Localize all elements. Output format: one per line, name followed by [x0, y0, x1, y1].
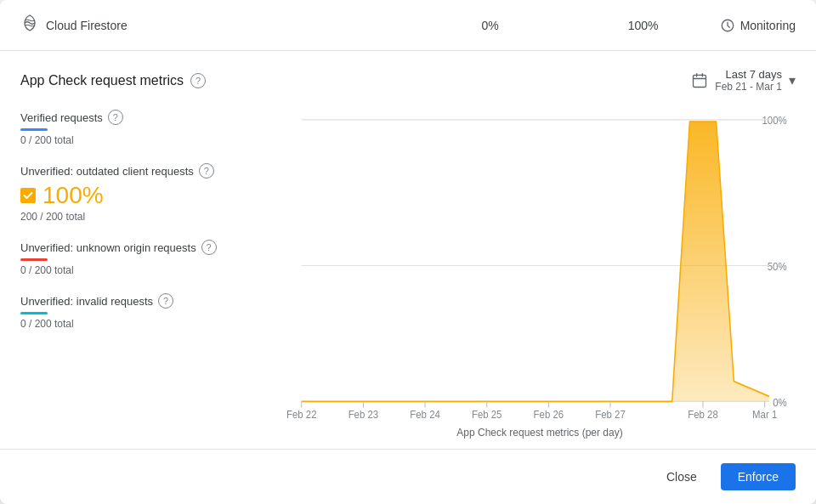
chart-x-label: App Check request metrics (per day)	[284, 422, 796, 442]
metric-invalid-line	[20, 312, 48, 314]
checkmark-icon	[23, 190, 33, 201]
date-range-text: Last 7 days Feb 21 - Mar 1	[715, 68, 782, 93]
svg-text:Feb 25: Feb 25	[472, 409, 502, 422]
svg-text:Mar 1: Mar 1	[752, 409, 777, 422]
chart-area-fill	[302, 122, 769, 401]
metric-outdated-label: Unverified: outdated client requests ?	[20, 163, 270, 178]
calendar-icon	[691, 72, 708, 89]
clock-icon	[720, 18, 735, 33]
svg-text:Feb 28: Feb 28	[688, 409, 718, 422]
svg-text:50%: 50%	[768, 261, 787, 274]
enforce-button[interactable]: Enforce	[721, 463, 796, 490]
metric-unknown-total: 0 / 200 total	[20, 264, 270, 276]
metric-outdated-big-value: 100%	[42, 182, 104, 209]
svg-text:Feb 26: Feb 26	[534, 409, 564, 422]
section-title-row: App Check request metrics ? Last 7 days …	[20, 68, 796, 93]
date-range-sub: Feb 21 - Mar 1	[715, 81, 782, 93]
section-title-text: App Check request metrics	[20, 73, 184, 88]
service-name: Cloud Firestore	[46, 19, 128, 32]
main-content: App Check request metrics ? Last 7 days …	[0, 51, 816, 442]
metric-unknown-line	[20, 258, 48, 261]
metric-unknown-help-icon[interactable]: ?	[201, 240, 217, 255]
chart-svg: 100% 50% 0%	[284, 110, 796, 422]
metric-verified-label: Verified requests ?	[20, 110, 270, 125]
dialog: Cloud Firestore 0% 100% Monitoring App C…	[0, 0, 816, 504]
date-range-label: Last 7 days	[715, 68, 782, 81]
svg-text:Feb 24: Feb 24	[410, 409, 440, 422]
metric-invalid-total: 0 / 200 total	[20, 318, 270, 330]
close-button[interactable]: Close	[653, 463, 711, 490]
metric-outdated-help-icon[interactable]: ?	[199, 163, 214, 178]
service-info: Cloud Firestore	[20, 14, 128, 37]
metric-verified-total: 0 / 200 total	[20, 134, 270, 146]
metric-outdated: Unverified: outdated client requests ? 1…	[20, 163, 270, 223]
chart-area: Verified requests ? 0 / 200 total Unveri…	[20, 110, 796, 442]
header-percent-100: 100%	[567, 19, 720, 32]
metric-invalid-help-icon[interactable]: ?	[158, 293, 173, 309]
metric-invalid-label: Unverified: invalid requests ?	[20, 293, 270, 309]
header-percent-0: 0%	[414, 19, 567, 32]
svg-text:Feb 22: Feb 22	[286, 409, 317, 422]
metric-outdated-checkbox[interactable]	[20, 188, 36, 203]
metric-verified-help-icon[interactable]: ?	[108, 110, 123, 125]
metrics-panel: Verified requests ? 0 / 200 total Unveri…	[20, 110, 284, 442]
svg-rect-1	[694, 75, 706, 87]
metric-invalid: Unverified: invalid requests ? 0 / 200 t…	[20, 293, 270, 330]
monitoring-label: Monitoring	[740, 19, 796, 32]
chart-panel: 100% 50% 0%	[284, 110, 796, 442]
metric-verified-line	[20, 128, 48, 131]
svg-text:Feb 23: Feb 23	[348, 409, 379, 422]
svg-text:Feb 27: Feb 27	[595, 409, 626, 422]
section-help-icon[interactable]: ?	[190, 73, 206, 88]
svg-text:0%: 0%	[773, 397, 787, 410]
metric-unknown-label: Unverified: unknown origin requests ?	[20, 240, 270, 255]
section-title: App Check request metrics ?	[20, 73, 206, 88]
metric-verified: Verified requests ? 0 / 200 total	[20, 110, 270, 146]
metric-outdated-total: 200 / 200 total	[20, 211, 270, 223]
footer: Close Enforce	[0, 449, 816, 504]
metric-unknown: Unverified: unknown origin requests ? 0 …	[20, 240, 270, 276]
metric-outdated-value-row: 100%	[20, 182, 270, 209]
monitoring-link[interactable]: Monitoring	[720, 18, 796, 33]
header-row: Cloud Firestore 0% 100% Monitoring	[0, 0, 816, 51]
date-range-selector[interactable]: Last 7 days Feb 21 - Mar 1 ▾	[691, 68, 796, 93]
chart-svg-container: 100% 50% 0%	[284, 110, 796, 422]
firestore-icon	[20, 14, 39, 37]
chevron-down-icon: ▾	[789, 72, 796, 88]
